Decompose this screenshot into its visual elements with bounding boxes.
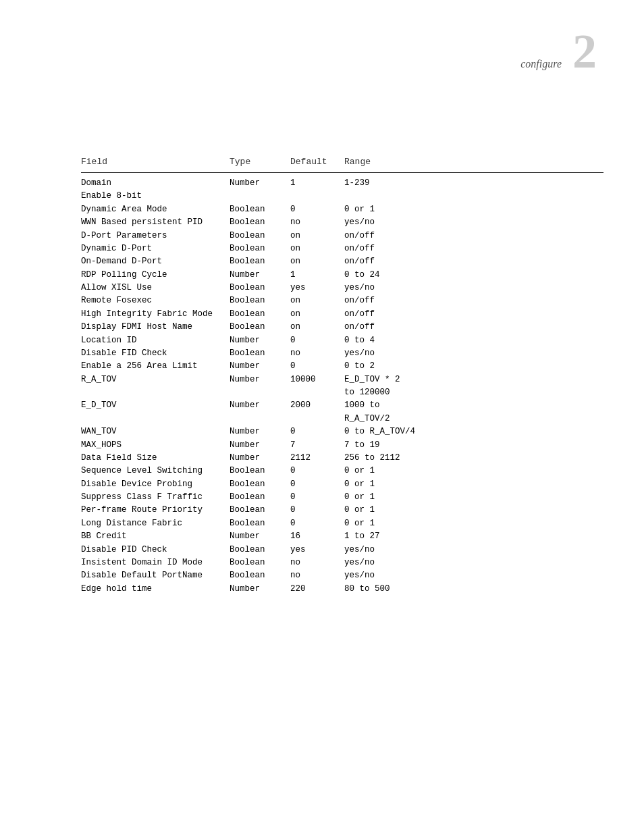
table-row: BB Credit Number 16 1 to 27 [81, 530, 603, 543]
table-row: Long Distance Fabric Boolean 0 0 or 1 [81, 517, 603, 530]
table-row: WAN_TOV Number 0 0 to R_A_TOV/4 [81, 425, 603, 438]
table-row: Domain Number 1 1-239 [81, 177, 603, 190]
table-row: Dynamic D-Port Boolean on on/off [81, 242, 603, 255]
table-row: On-Demand D-Port Boolean on on/off [81, 255, 603, 268]
table-row: Disable Device Probing Boolean 0 0 or 1 [81, 478, 603, 491]
table-row: RDP Polling Cycle Number 1 0 to 24 [81, 269, 603, 282]
table-row: D-Port Parameters Boolean on on/off [81, 230, 603, 242]
table-row: Disable PID Check Boolean yes yes/no [81, 544, 603, 556]
col-default-header: Default [290, 157, 344, 167]
table-row: Data Field Size Number 2112 256 to 2112 [81, 452, 603, 465]
table-header-row: Field Type Default Range [81, 157, 603, 171]
page-container: configure 2 Field Type Default Range Dom… [0, 0, 644, 834]
table-row: Edge hold time Number 220 80 to 500 [81, 583, 603, 596]
table-divider [81, 172, 603, 173]
col-range-header: Range [344, 157, 479, 167]
table-row: High Integrity Fabric Mode Boolean on on… [81, 308, 603, 321]
configure-label: configure [520, 58, 562, 70]
field-domain: Domain [81, 177, 230, 190]
table-row: R_A_TOV Number 10000 E_D_TOV * 2 [81, 373, 603, 386]
col-type-header: Type [230, 157, 290, 167]
table-row: Disable FID Check Boolean no yes/no [81, 347, 603, 360]
table-row: Location ID Number 0 0 to 4 [81, 334, 603, 347]
table-row: Disable Default PortName Boolean no yes/… [81, 569, 603, 582]
table-row-continuation: to 120000 [81, 386, 603, 399]
table-row-continuation: R_A_TOV/2 [81, 413, 603, 425]
table-row: WWN Based persistent PID Boolean no yes/… [81, 216, 603, 229]
table-row: Enable 8-bit [81, 190, 603, 203]
table-body: Domain Number 1 1-239 Enable 8-bit Dynam… [81, 177, 603, 596]
table-container: Field Type Default Range Domain Number 1… [81, 157, 603, 596]
table-row: Remote Fosexec Boolean on on/off [81, 294, 603, 307]
col-field-header: Field [81, 157, 230, 167]
table-row: MAX_HOPS Number 7 7 to 19 [81, 439, 603, 452]
table-row: Suppress Class F Traffic Boolean 0 0 or … [81, 491, 603, 504]
chapter-number: 2 [572, 27, 597, 76]
table-row: Display FDMI Host Name Boolean on on/off [81, 321, 603, 334]
table-row: Allow XISL Use Boolean yes yes/no [81, 282, 603, 294]
table-row: Per-frame Route Priority Boolean 0 0 or … [81, 504, 603, 517]
page-header: configure 2 [41, 27, 603, 76]
header-right: configure 2 [520, 27, 597, 76]
table-row: E_D_TOV Number 2000 1000 to [81, 399, 603, 412]
table-row: Sequence Level Switching Boolean 0 0 or … [81, 465, 603, 477]
table-row: Enable a 256 Area Limit Number 0 0 to 2 [81, 360, 603, 373]
table-row: Insistent Domain ID Mode Boolean no yes/… [81, 556, 603, 569]
table-row: Dynamic Area Mode Boolean 0 0 or 1 [81, 203, 603, 216]
